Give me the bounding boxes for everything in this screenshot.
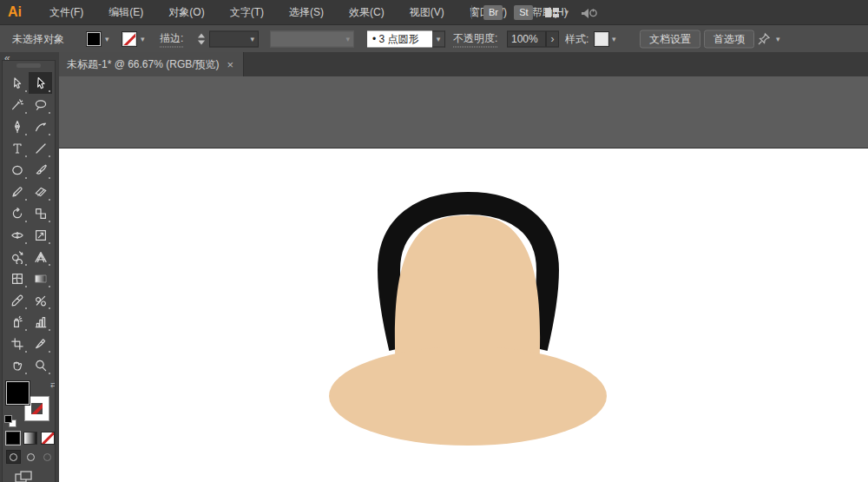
workspace-layout-icon (544, 7, 560, 18)
change-screen-mode-button[interactable] (15, 471, 32, 482)
type-icon (10, 142, 24, 155)
draw-normal-icon (10, 453, 17, 461)
style-swatch[interactable] (595, 32, 608, 46)
artboard-tool[interactable] (5, 333, 29, 354)
gradient-icon (34, 272, 48, 286)
eraser-tool[interactable] (29, 181, 52, 202)
chevron-down-icon: ▾ (437, 35, 441, 43)
stroke-weight-stepper[interactable] (198, 33, 205, 44)
selection-tool[interactable] (5, 72, 29, 94)
share-icon[interactable] (580, 5, 599, 19)
appbar-right: Br St ▾ (471, 0, 599, 24)
swap-fill-stroke-icon[interactable]: ⇄ (50, 380, 56, 389)
artwork (59, 149, 868, 482)
zoom-tool[interactable] (29, 354, 52, 376)
opacity-value-field[interactable]: 100% (507, 30, 546, 47)
slice-tool[interactable] (29, 333, 52, 354)
chevron-down-icon[interactable]: ▾ (612, 35, 616, 43)
none-button[interactable] (41, 432, 55, 445)
document-tab[interactable]: 未标题-1* @ 66.67% (RGB/预览) × (57, 52, 244, 76)
panel-drag-handle[interactable] (16, 63, 41, 68)
ellipse-tool[interactable] (5, 159, 29, 181)
menu-item-3[interactable]: 文字(T) (225, 3, 269, 22)
menu-item-6[interactable]: 视图(V) (404, 3, 450, 22)
pin-icon[interactable] (757, 32, 771, 46)
gradient-tool[interactable] (29, 267, 52, 289)
draw-behind-button[interactable] (23, 450, 37, 464)
curvature-tool[interactable] (29, 116, 52, 137)
menu-item-0[interactable]: 文件(F) (44, 3, 89, 22)
artboard[interactable] (59, 148, 868, 482)
width-tool[interactable] (5, 224, 29, 246)
paintbrush-tool[interactable] (29, 159, 52, 181)
chevron-down-icon: ▾ (345, 35, 350, 43)
free-transform-icon (34, 228, 48, 242)
line-segment-tool[interactable] (29, 137, 52, 159)
brush-definition-dropdown[interactable]: ▾ (432, 30, 445, 47)
chevron-down-icon[interactable]: ▾ (776, 35, 780, 43)
perspective-grid-icon (34, 250, 48, 264)
draw-inside-button[interactable] (40, 450, 55, 464)
workspace-switcher[interactable]: ▾ (544, 7, 569, 18)
menu-item-2[interactable]: 对象(O) (163, 3, 209, 22)
lasso-icon (34, 98, 48, 112)
appbar-separator (471, 5, 472, 19)
pencil-tool[interactable] (5, 181, 29, 202)
magic-wand-tool[interactable] (5, 94, 29, 116)
stepper-down-icon[interactable] (198, 40, 205, 44)
magic-wand-icon (10, 98, 24, 112)
document-tab-bar: 未标题-1* @ 66.67% (RGB/预览) × (0, 52, 868, 76)
mesh-tool[interactable] (5, 267, 29, 289)
perspective-grid-tool[interactable] (29, 246, 52, 267)
free-transform-tool[interactable] (29, 224, 52, 246)
draw-mode-row (3, 450, 55, 464)
opacity-expand-button[interactable]: › (546, 30, 559, 47)
type-tool[interactable] (5, 137, 29, 159)
menu-item-1[interactable]: 编辑(E) (103, 3, 148, 22)
rotate-tool[interactable] (5, 202, 29, 224)
brush-definition-field[interactable]: • 3 点圆形 (367, 30, 432, 47)
document-tab-title: 未标题-1* @ 66.67% (RGB/预览) (67, 57, 220, 72)
draw-behind-icon (27, 453, 35, 461)
draw-normal-button[interactable] (6, 450, 21, 464)
eyedropper-tool[interactable] (5, 289, 29, 311)
menu-item-4[interactable]: 选择(S) (284, 3, 329, 22)
opacity-label[interactable]: 不透明度: (453, 30, 497, 47)
stroke-weight-label[interactable]: 描边: (160, 30, 183, 47)
direct-selection-tool[interactable] (29, 72, 52, 94)
hand-tool[interactable] (5, 354, 29, 376)
gradient-button[interactable] (23, 432, 37, 445)
pen-tool[interactable] (5, 116, 29, 137)
fill-color-chip[interactable] (87, 32, 101, 46)
body-ellipse-shape[interactable] (329, 347, 607, 446)
eraser-icon (34, 185, 48, 199)
rotate-icon (10, 207, 24, 221)
column-graph-tool[interactable] (29, 311, 52, 333)
curvature-icon (34, 120, 48, 134)
color-mode-row (3, 432, 55, 445)
symbol-sprayer-tool[interactable] (5, 311, 29, 333)
chevron-down-icon[interactable]: ▾ (141, 35, 145, 43)
slice-icon (34, 337, 48, 351)
menu-item-5[interactable]: 效果(C) (344, 3, 390, 22)
default-fill-stroke-icon[interactable] (4, 415, 16, 427)
blend-tool[interactable] (29, 289, 52, 311)
shape-builder-icon (10, 250, 24, 264)
close-icon[interactable]: × (227, 58, 234, 71)
color-button[interactable] (6, 432, 20, 445)
variable-width-profile-dropdown: ▾ (270, 30, 354, 47)
stock-button[interactable]: St (514, 5, 533, 20)
scale-tool[interactable] (29, 202, 52, 224)
fill-color-swatch[interactable] (6, 381, 30, 405)
preferences-button[interactable]: 首选项 (704, 30, 754, 48)
mesh-icon (10, 272, 24, 286)
stepper-up-icon[interactable] (198, 33, 205, 37)
shape-builder-tool[interactable] (5, 246, 29, 267)
chevron-down-icon[interactable]: ▾ (105, 35, 109, 43)
stroke-weight-dropdown[interactable]: ▾ (209, 30, 259, 47)
lasso-tool[interactable] (29, 94, 52, 116)
stroke-color-chip[interactable] (122, 32, 136, 46)
bridge-button[interactable]: Br (483, 5, 503, 20)
canvas-pasteboard[interactable] (59, 76, 868, 482)
document-setup-button[interactable]: 文档设置 (640, 30, 700, 48)
